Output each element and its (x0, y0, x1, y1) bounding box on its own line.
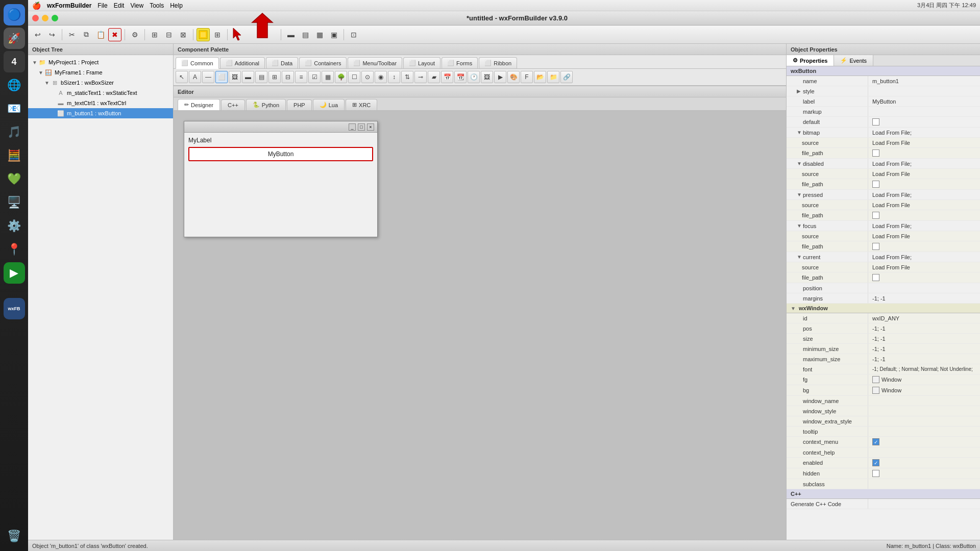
dock-line[interactable]: 💚 (4, 168, 25, 190)
tab-additional[interactable]: ⬜ Additional (220, 57, 265, 68)
palette-btn-animationctrl[interactable]: ▶ (494, 71, 506, 83)
palette-btn-datepicker[interactable]: 📆 (454, 71, 467, 83)
tree-item-textctrl[interactable]: ▬ m_textCtrl1 : wxTextCtrl (28, 98, 173, 108)
prop-focus-source-value[interactable]: Load From File (868, 231, 980, 241)
prop-markup-value[interactable] (868, 107, 980, 116)
palette-btn-filepicker[interactable]: 📂 (534, 71, 546, 83)
dock-finder[interactable]: 🔵 (4, 4, 25, 26)
tab-layout[interactable]: ⬜ Layout (403, 57, 440, 68)
prop-bitmap-source-value[interactable]: Load From File (868, 138, 980, 147)
prop-hidden-value[interactable] (868, 468, 980, 479)
minimize-button[interactable] (42, 15, 48, 21)
prop-tooltip-value[interactable] (868, 427, 980, 436)
palette-btn-hyperlink[interactable]: 🔗 (560, 71, 573, 83)
palette-btn-richtextctrl[interactable]: ▤ (255, 71, 267, 83)
prop-enabled-value[interactable]: ✓ (868, 458, 980, 468)
dock-prefs[interactable]: ⚙️ (4, 215, 25, 237)
palette-btn-listbox[interactable]: ≡ (295, 71, 307, 83)
menu-view[interactable]: View (130, 2, 143, 9)
prop-size-value[interactable]: -1; -1 (868, 334, 980, 343)
bg-color-box[interactable] (872, 387, 879, 394)
palette-btn-colourpicker[interactable]: 🎨 (507, 71, 520, 83)
palette-btn-radiobox[interactable]: ⊙ (361, 71, 374, 83)
prop-bitmap-value[interactable]: Load From File; (868, 128, 980, 137)
prop-current-source-value[interactable]: Load From File (868, 262, 980, 272)
palette-btn-checklistbox[interactable]: ☑ (308, 71, 321, 83)
tab-designer[interactable]: ✏ Designer (178, 99, 220, 110)
tb-grid[interactable]: ⊞ (211, 28, 224, 41)
dock-mail[interactable]: 📧 (4, 98, 25, 119)
tb-copy[interactable]: ⧉ (80, 28, 93, 41)
prop-fg-value[interactable]: Window (868, 374, 980, 385)
palette-btn-calendar[interactable]: 📅 (441, 71, 453, 83)
checkbox-disabled-filepath[interactable] (872, 181, 879, 188)
tb-view5[interactable]: ⊡ (347, 28, 360, 41)
tab-common[interactable]: ⬜ Common (176, 57, 219, 69)
checkbox-contextmenu[interactable]: ✓ (872, 438, 879, 445)
palette-btn-choice[interactable]: ⊟ (282, 71, 294, 83)
palette-btn-slider[interactable]: ⊸ (414, 71, 427, 83)
maximize-button[interactable] (52, 15, 58, 21)
tab-properties[interactable]: ⚙ Properties (787, 55, 834, 66)
bitmap-expand[interactable]: ▼ (797, 130, 803, 135)
checkbox-hidden[interactable] (872, 470, 879, 477)
apple-icon[interactable]: 🍎 (32, 2, 41, 10)
prop-pressed-source-value[interactable]: Load From File (868, 200, 980, 210)
focus-expand[interactable]: ▼ (797, 223, 803, 229)
dock-item-4[interactable]: 4 (4, 51, 25, 72)
tab-python[interactable]: 🐍 Python (246, 99, 286, 110)
tab-php[interactable]: PHP (287, 99, 312, 110)
close-button[interactable] (32, 15, 39, 21)
palette-btn-button[interactable]: ⬜ (215, 71, 228, 83)
palette-btn-gauge[interactable]: ▰ (428, 71, 440, 83)
tab-containers[interactable]: ⬜ Containers (299, 57, 347, 68)
prop-maxsize-value[interactable]: -1; -1 (868, 354, 980, 364)
tb-view2[interactable]: ▤ (299, 28, 312, 41)
prop-contextmenu-value[interactable]: ✓ (868, 437, 980, 447)
dock-music[interactable]: 🎵 (4, 121, 25, 143)
dock-wxfb[interactable]: wxFB (4, 298, 25, 319)
palette-btn-listctrl[interactable]: ▦ (322, 71, 334, 83)
tab-xrc[interactable]: ⊞ XRC (346, 99, 377, 110)
prop-pressed-value[interactable]: Load From File; (868, 190, 980, 199)
tb-special[interactable] (197, 28, 210, 41)
tb-align-right[interactable]: ⊠ (177, 28, 190, 41)
prop-windowextrastyle-value[interactable] (868, 416, 980, 426)
tree-item-statictext[interactable]: A m_staticText1 : wxStaticText (28, 88, 173, 98)
palette-btn-spinbutton[interactable]: ⇅ (401, 71, 413, 83)
palette-btn-checkbox[interactable]: ☐ (348, 71, 360, 83)
pressed-expand[interactable]: ▼ (797, 192, 803, 197)
prop-label-value[interactable]: MyButton (868, 96, 980, 106)
dock-calc[interactable]: 🧮 (4, 145, 25, 166)
tb-settings[interactable]: ⚙ (128, 28, 141, 41)
tb-align-center[interactable]: ⊟ (162, 28, 176, 41)
prop-pos-value[interactable]: -1; -1 (868, 323, 980, 333)
palette-btn-fontpicker[interactable]: F (521, 71, 533, 83)
tab-lua[interactable]: 🌙 Lua (313, 99, 345, 110)
menu-tools[interactable]: Tools (150, 2, 164, 9)
menu-edit[interactable]: Edit (114, 2, 125, 9)
palette-btn-textctrl[interactable]: ▬ (242, 71, 254, 83)
wxwindow-collapse[interactable]: ▼ (791, 306, 797, 311)
tb-view3[interactable]: ▦ (313, 28, 326, 41)
form-close-btn[interactable]: × (367, 123, 374, 131)
prop-focus-filepath-value[interactable] (868, 241, 980, 252)
fg-color-box[interactable] (872, 376, 879, 383)
prop-disabled-filepath-value[interactable] (868, 179, 980, 189)
prop-font-value[interactable]: -1; Default; ; Normal; Normal; Not Under… (868, 364, 980, 374)
prop-default-value[interactable] (868, 117, 980, 127)
palette-btn-statictext[interactable]: A (189, 71, 201, 83)
prop-current-filepath-value[interactable] (868, 272, 980, 283)
form-minimize-btn[interactable]: _ (349, 123, 356, 131)
prop-subclass-value[interactable] (868, 479, 980, 489)
prop-windowname-value[interactable] (868, 396, 980, 406)
palette-btn-staticline[interactable]: — (202, 71, 214, 83)
style-expand[interactable]: ▶ (797, 88, 803, 94)
prop-id-value[interactable]: wxID_ANY (868, 313, 980, 323)
tab-forms[interactable]: ⬜ Forms (442, 57, 478, 68)
prop-bitmap-filepath-value[interactable] (868, 148, 980, 158)
dock-chrome[interactable]: 🌐 (4, 74, 25, 96)
tab-events[interactable]: ⚡ Events (834, 55, 873, 66)
disabled-expand[interactable]: ▼ (797, 161, 803, 166)
dock-terminal[interactable]: 🖥️ (4, 192, 25, 213)
